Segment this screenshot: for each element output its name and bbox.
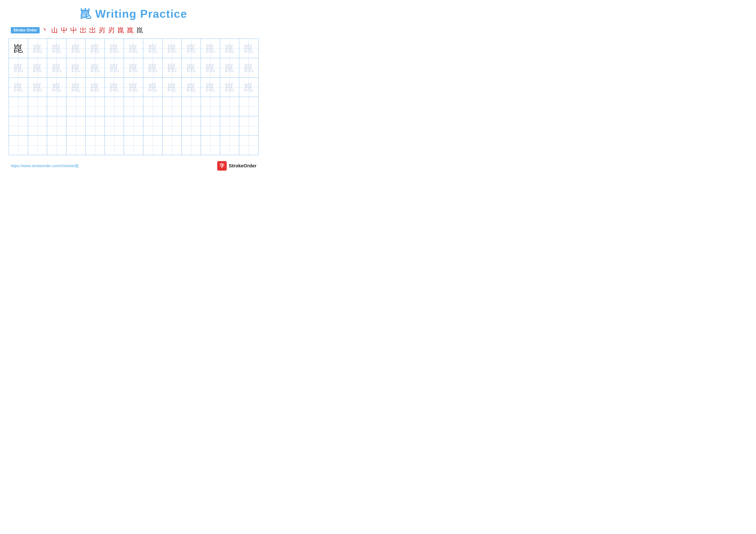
grid-cell-1-8[interactable]: 崑 (162, 58, 182, 77)
cell-character: 崑 (167, 63, 177, 73)
grid-cell-1-3[interactable]: 崑 (67, 58, 86, 77)
grid-cell-3-6[interactable] (124, 97, 143, 116)
grid-cell-2-9[interactable]: 崑 (182, 78, 201, 97)
grid-cell-3-10[interactable] (201, 97, 220, 116)
grid-cell-0-1[interactable]: 崑 (28, 39, 47, 58)
cell-character: 崑 (148, 63, 157, 73)
grid-cell-4-5[interactable] (105, 116, 124, 136)
grid-cell-4-1[interactable] (28, 116, 47, 136)
cell-character: 崑 (14, 83, 23, 92)
grid-cell-5-6[interactable] (124, 136, 143, 155)
grid-cell-4-0[interactable] (9, 116, 28, 136)
grid-cell-3-4[interactable] (86, 97, 105, 116)
grid-cell-2-1[interactable]: 崑 (28, 78, 47, 97)
grid-cell-3-5[interactable] (105, 97, 124, 116)
grid-cell-5-1[interactable] (28, 136, 47, 155)
practice-grid: 崑崑崑崑崑崑崑崑崑崑崑崑崑崑崑崑崑崑崑崑崑崑崑崑崑崑崑崑崑崑崑崑崑崑崑崑崑崑崑 (9, 38, 258, 155)
grid-cell-5-8[interactable] (162, 136, 182, 155)
grid-cell-0-12[interactable]: 崑 (239, 39, 258, 58)
footer-url[interactable]: https://www.strokeorder.com/chinese/崑 (11, 163, 79, 168)
grid-cell-4-4[interactable] (86, 116, 105, 136)
grid-cell-0-6[interactable]: 崑 (124, 39, 143, 58)
grid-cell-5-7[interactable] (143, 136, 162, 155)
grid-cell-3-1[interactable] (28, 97, 47, 116)
grid-cell-4-2[interactable] (47, 116, 67, 136)
page-title: 崑 Writing Practice (9, 7, 258, 21)
grid-cell-4-11[interactable] (220, 116, 239, 136)
grid-cell-5-9[interactable] (182, 136, 201, 155)
grid-row-1: 崑崑崑崑崑崑崑崑崑崑崑崑崑 (9, 58, 258, 78)
grid-cell-3-0[interactable] (9, 97, 28, 116)
footer: https://www.strokeorder.com/chinese/崑 字 … (9, 161, 258, 171)
grid-cell-3-12[interactable] (239, 97, 258, 116)
grid-cell-1-6[interactable]: 崑 (124, 58, 143, 77)
grid-cell-1-4[interactable]: 崑 (86, 58, 105, 77)
grid-cell-4-3[interactable] (67, 116, 86, 136)
grid-cell-0-5[interactable]: 崑 (105, 39, 124, 58)
grid-cell-2-3[interactable]: 崑 (67, 78, 86, 97)
cell-character: 崑 (186, 83, 196, 92)
grid-cell-2-8[interactable]: 崑 (162, 78, 182, 97)
grid-cell-1-12[interactable]: 崑 (239, 58, 258, 77)
cell-character: 崑 (33, 83, 42, 92)
grid-cell-1-1[interactable]: 崑 (28, 58, 47, 77)
grid-cell-5-4[interactable] (86, 136, 105, 155)
grid-cell-4-9[interactable] (182, 116, 201, 136)
grid-cell-1-5[interactable]: 崑 (105, 58, 124, 77)
grid-cell-5-3[interactable] (67, 136, 86, 155)
grid-cell-3-9[interactable] (182, 97, 201, 116)
grid-cell-1-2[interactable]: 崑 (47, 58, 67, 77)
grid-cell-2-2[interactable]: 崑 (47, 78, 67, 97)
stroke-step-6: 岃 (99, 26, 105, 35)
grid-cell-2-10[interactable]: 崑 (201, 78, 220, 97)
cell-character: 崑 (244, 44, 254, 53)
cell-character: 崑 (205, 83, 215, 92)
grid-cell-4-7[interactable] (143, 116, 162, 136)
grid-cell-4-10[interactable] (201, 116, 220, 136)
grid-cell-3-7[interactable] (143, 97, 162, 116)
grid-cell-4-6[interactable] (124, 116, 143, 136)
grid-cell-0-0[interactable]: 崑 (9, 39, 28, 58)
grid-cell-2-12[interactable]: 崑 (239, 78, 258, 97)
cell-character: 崑 (90, 83, 100, 92)
grid-cell-2-5[interactable]: 崑 (105, 78, 124, 97)
grid-cell-1-0[interactable]: 崑 (9, 58, 28, 77)
grid-cell-0-4[interactable]: 崑 (86, 39, 105, 58)
grid-cell-5-0[interactable] (9, 136, 28, 155)
stroke-step-7: 岃 (108, 26, 115, 35)
cell-character: 崑 (52, 44, 62, 53)
grid-cell-0-8[interactable]: 崑 (162, 39, 182, 58)
grid-row-5 (9, 136, 258, 155)
grid-cell-4-8[interactable] (162, 116, 182, 136)
grid-cell-0-9[interactable]: 崑 (182, 39, 201, 58)
grid-cell-0-7[interactable]: 崑 (143, 39, 162, 58)
grid-cell-2-0[interactable]: 崑 (9, 78, 28, 97)
grid-cell-5-2[interactable] (47, 136, 67, 155)
cell-character: 崑 (33, 44, 42, 53)
grid-cell-5-10[interactable] (201, 136, 220, 155)
grid-cell-2-6[interactable]: 崑 (124, 78, 143, 97)
cell-character: 崑 (167, 83, 177, 92)
grid-cell-4-12[interactable] (239, 116, 258, 136)
grid-cell-5-12[interactable] (239, 136, 258, 155)
grid-cell-5-11[interactable] (220, 136, 239, 155)
cell-character: 崑 (109, 63, 119, 73)
cell-character: 崑 (167, 44, 177, 53)
grid-cell-1-7[interactable]: 崑 (143, 58, 162, 77)
grid-cell-1-10[interactable]: 崑 (201, 58, 220, 77)
grid-cell-1-11[interactable]: 崑 (220, 58, 239, 77)
grid-cell-2-11[interactable]: 崑 (220, 78, 239, 97)
grid-cell-2-4[interactable]: 崑 (86, 78, 105, 97)
grid-cell-0-10[interactable]: 崑 (201, 39, 220, 58)
grid-cell-3-3[interactable] (67, 97, 86, 116)
grid-cell-3-2[interactable] (47, 97, 67, 116)
cell-character: 崑 (244, 63, 254, 73)
grid-cell-2-7[interactable]: 崑 (143, 78, 162, 97)
grid-cell-5-5[interactable] (105, 136, 124, 155)
grid-cell-1-9[interactable]: 崑 (182, 58, 201, 77)
grid-cell-3-8[interactable] (162, 97, 182, 116)
grid-cell-0-11[interactable]: 崑 (220, 39, 239, 58)
grid-cell-3-11[interactable] (220, 97, 239, 116)
grid-cell-0-2[interactable]: 崑 (47, 39, 67, 58)
grid-cell-0-3[interactable]: 崑 (67, 39, 86, 58)
